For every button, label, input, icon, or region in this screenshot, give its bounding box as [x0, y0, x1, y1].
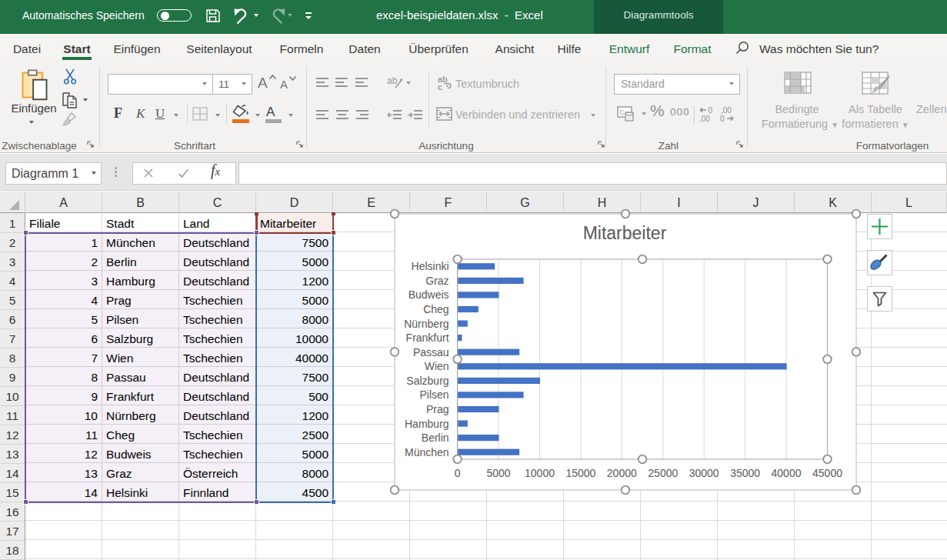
svg-text:c: c: [438, 82, 442, 92]
svg-text:Prag: Prag: [426, 403, 449, 415]
svg-text:40000: 40000: [772, 467, 802, 479]
svg-text:,00: ,00: [699, 115, 710, 122]
svg-text:30000: 30000: [689, 467, 719, 479]
svg-text:45000: 45000: [812, 467, 842, 479]
svg-text:0: 0: [720, 115, 725, 122]
svg-text:5000: 5000: [486, 467, 510, 479]
svg-text:0: 0: [709, 106, 713, 115]
svg-text:15000: 15000: [565, 467, 595, 479]
svg-text:Nürnberg: Nürnberg: [404, 318, 448, 330]
svg-text:,00: ,00: [721, 106, 732, 115]
svg-text:20000: 20000: [607, 467, 637, 479]
svg-text:Passau: Passau: [413, 346, 449, 358]
svg-text:10000: 10000: [525, 467, 555, 479]
svg-text:Wien: Wien: [425, 360, 449, 372]
svg-text:Budweis: Budweis: [408, 288, 449, 301]
svg-text:Graz: Graz: [425, 275, 448, 287]
svg-text:0: 0: [455, 467, 461, 479]
svg-text:München: München: [405, 446, 449, 458]
svg-text:35000: 35000: [730, 467, 760, 479]
svg-text:Pilsen: Pilsen: [419, 388, 448, 401]
svg-text:Hamburg: Hamburg: [405, 418, 449, 430]
svg-text:Berlin: Berlin: [422, 432, 449, 444]
svg-text:ab: ab: [387, 75, 398, 86]
svg-text:25000: 25000: [648, 467, 678, 479]
svg-text:C: C: [619, 108, 625, 116]
svg-text:Cheg: Cheg: [423, 303, 448, 315]
svg-text:Salzburg: Salzburg: [406, 375, 448, 387]
svg-text:Helsinki: Helsinki: [412, 260, 449, 272]
svg-text:Mitarbeiter: Mitarbeiter: [583, 223, 667, 243]
svg-text:Frankfurt: Frankfurt: [406, 332, 449, 344]
